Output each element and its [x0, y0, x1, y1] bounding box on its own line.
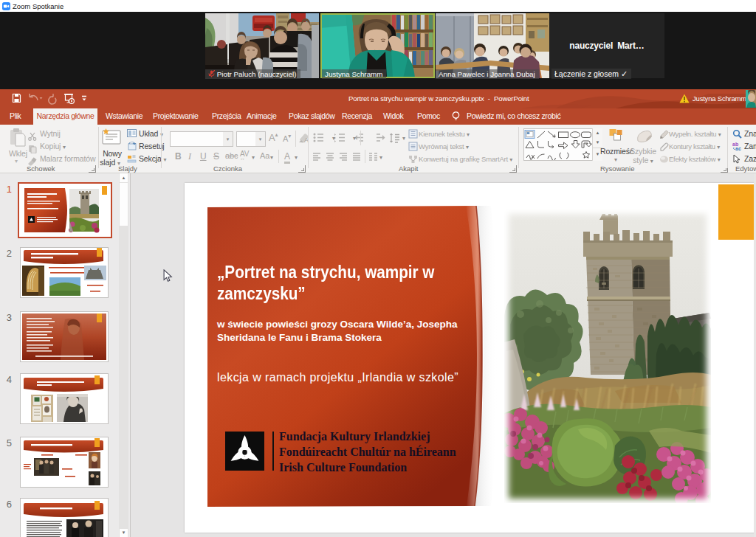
svg-text:ac: ac	[735, 146, 741, 151]
